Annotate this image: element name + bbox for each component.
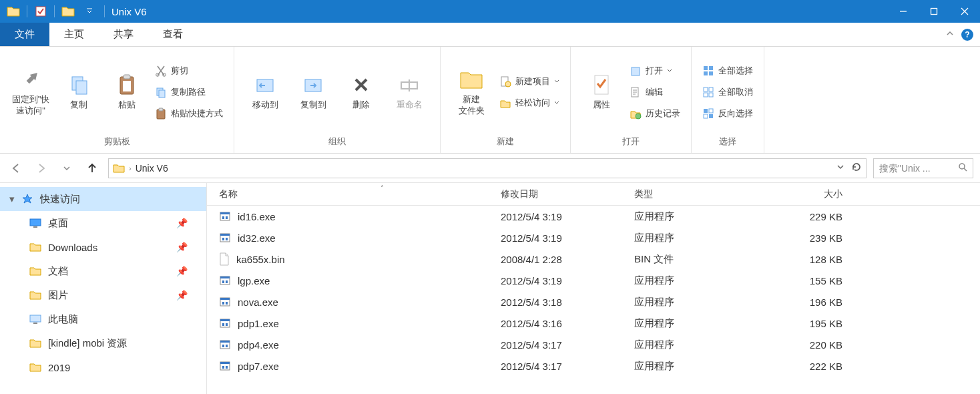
file-icon (219, 252, 230, 266)
table-row[interactable]: lgp.exe2012/5/4 3:19应用程序155 KB (207, 270, 980, 291)
back-button[interactable] (7, 159, 25, 178)
table-row[interactable]: id16.exe2012/5/4 3:19应用程序229 KB (207, 206, 980, 227)
new-folder-button[interactable]: 新建 文件夹 (447, 59, 495, 126)
svg-line-40 (964, 168, 967, 171)
new-folder-quick-icon[interactable] (59, 2, 77, 21)
nav-this-pc[interactable]: 此电脑 (0, 307, 206, 331)
folder-icon[interactable] (4, 2, 23, 21)
navigation-pane[interactable]: ▾ 快速访问 桌面 📌 Downloads 📌 文档 📌 图片 (0, 183, 207, 394)
nav-desktop-label: 桌面 (48, 217, 68, 230)
copy-button[interactable]: 复制 (55, 59, 103, 126)
maximize-button[interactable] (919, 0, 949, 23)
column-size[interactable]: 大小 (768, 188, 854, 200)
table-row[interactable]: nova.exe2012/5/4 3:18应用程序196 KB (207, 291, 980, 313)
address-bar-row: › Unix V6 (0, 154, 980, 183)
expand-icon[interactable]: ▾ (9, 193, 15, 205)
quick-access-toolbar (0, 0, 103, 23)
delete-button[interactable]: 删除 (337, 59, 385, 126)
copy-path-button[interactable]: 复制路径 (155, 83, 223, 101)
address-dropdown-icon[interactable] (836, 163, 844, 173)
recent-locations-button[interactable] (57, 159, 76, 178)
svg-rect-16 (159, 108, 163, 111)
svg-rect-51 (222, 238, 224, 240)
file-list-pane[interactable]: ˄ 名称 修改日期 类型 大小 id16.exe2012/5/4 3:19应用程… (207, 183, 980, 394)
file-size: 128 KB (768, 254, 854, 265)
file-list-body: id16.exe2012/5/4 3:19应用程序229 KBid32.exe2… (207, 206, 980, 377)
nav-2019[interactable]: 2019 (0, 355, 206, 379)
new-item-button[interactable]: 新建项目 (499, 73, 559, 90)
open-label: 打开 (646, 65, 663, 77)
svg-rect-28 (709, 66, 713, 70)
up-button[interactable] (83, 159, 101, 178)
svg-rect-60 (226, 302, 228, 305)
tab-file[interactable]: 文件 (0, 23, 49, 46)
svg-rect-30 (709, 71, 713, 75)
file-type: 应用程序 (634, 296, 768, 309)
svg-rect-32 (709, 87, 713, 91)
ribbon-group-select: 全部选择 全部取消 反向选择 选择 (692, 47, 764, 153)
pin-icon: 📌 (176, 266, 188, 276)
nav-desktop[interactable]: 桌面 📌 (0, 211, 206, 235)
properties-quick-icon[interactable] (31, 2, 50, 21)
easy-access-button[interactable]: 轻松访问 (499, 94, 559, 112)
refresh-icon[interactable] (851, 162, 862, 174)
application-icon (219, 317, 231, 329)
help-icon[interactable]: ? (961, 29, 973, 41)
cut-button[interactable]: 剪切 (155, 62, 223, 79)
history-button[interactable]: 历史记录 (630, 105, 680, 122)
paste-shortcut-button[interactable]: 粘贴快捷方式 (155, 105, 223, 122)
search-box[interactable] (873, 158, 973, 178)
nav-quick-access-label: 快速访问 (40, 193, 80, 206)
nav-pictures-label: 图片 (48, 289, 68, 302)
close-button[interactable] (949, 0, 980, 23)
svg-rect-42 (33, 226, 37, 228)
svg-point-26 (636, 114, 641, 119)
column-headers: ˄ 名称 修改日期 类型 大小 (207, 183, 980, 206)
cut-label: 剪切 (171, 65, 188, 77)
application-icon (219, 274, 231, 286)
tab-view[interactable]: 查看 (148, 23, 198, 46)
nav-pictures[interactable]: 图片 📌 (0, 283, 206, 307)
invert-selection-button[interactable]: 反向选择 (702, 105, 753, 122)
tab-share[interactable]: 共享 (99, 23, 148, 46)
svg-rect-52 (226, 238, 228, 240)
pin-to-quick-access-button[interactable]: 固定到"快 速访问" (7, 59, 55, 126)
file-name: nova.exe (238, 297, 278, 308)
minimize-button[interactable] (888, 0, 919, 23)
file-date: 2012/5/4 3:18 (501, 297, 634, 308)
tab-home[interactable]: 主页 (49, 23, 99, 46)
open-button[interactable]: 打开 (630, 62, 680, 79)
nav-quick-access[interactable]: ▾ 快速访问 (0, 187, 206, 211)
table-row[interactable]: id32.exe2012/5/4 3:19应用程序239 KB (207, 227, 980, 248)
svg-rect-37 (704, 114, 708, 118)
copy-to-button[interactable]: 复制到 (289, 59, 337, 126)
table-row[interactable]: ka655x.bin2008/4/1 2:28BIN 文件128 KB (207, 248, 980, 270)
address-bar[interactable]: › Unix V6 (108, 158, 867, 178)
qat-customize-icon[interactable] (80, 2, 99, 21)
nav-kindle[interactable]: [kindle] mobi 资源 (0, 331, 206, 355)
select-none-button[interactable]: 全部取消 (702, 83, 753, 101)
paste-button[interactable]: 粘贴 (103, 59, 151, 126)
svg-rect-27 (704, 66, 708, 70)
forward-button[interactable] (32, 159, 51, 178)
column-name[interactable]: 名称 (207, 188, 501, 200)
search-input[interactable] (879, 163, 958, 174)
easy-access-label: 轻松访问 (515, 97, 550, 109)
properties-button[interactable]: 属性 (577, 59, 626, 126)
table-row[interactable]: pdp4.exe2012/5/4 3:17应用程序220 KB (207, 334, 980, 355)
move-to-button[interactable]: 移动到 (241, 59, 289, 126)
collapse-ribbon-icon[interactable] (945, 29, 955, 40)
rename-button[interactable]: 重命名 (385, 59, 433, 126)
nav-downloads[interactable]: Downloads 📌 (0, 235, 206, 259)
pin-icon: 📌 (176, 290, 188, 301)
edit-button[interactable]: 编辑 (630, 83, 680, 101)
breadcrumb-item[interactable]: Unix V6 (136, 163, 168, 174)
table-row[interactable]: pdp1.exe2012/5/4 3:16应用程序195 KB (207, 313, 980, 334)
nav-documents[interactable]: 文档 📌 (0, 259, 206, 283)
column-date[interactable]: 修改日期 (501, 188, 634, 200)
table-row[interactable]: pdp7.exe2012/5/4 3:17应用程序222 KB (207, 355, 980, 377)
chevron-right-icon[interactable]: › (129, 164, 132, 172)
column-type[interactable]: 类型 (634, 188, 768, 200)
svg-rect-44 (33, 323, 37, 324)
select-all-button[interactable]: 全部选择 (702, 62, 753, 79)
